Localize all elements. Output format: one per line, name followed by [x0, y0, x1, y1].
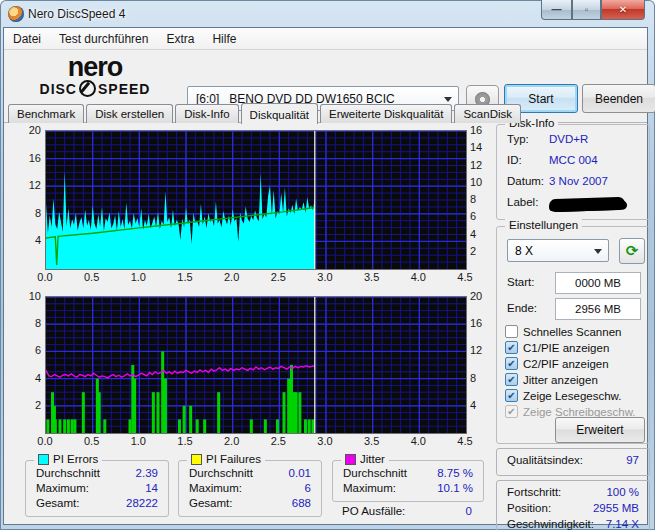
jitter-legend: Jitter: [360, 453, 385, 465]
menu-test-durchfuehren[interactable]: Test durchführen: [50, 30, 157, 48]
tab-strip: Benchmark Disk erstellen Disk-Info Diskq…: [8, 100, 523, 123]
axis-tick: 0.0: [31, 271, 59, 283]
stat-label: Maximum:: [343, 482, 396, 494]
minimize-button[interactable]: —: [541, 0, 572, 20]
axis-tick: 4: [470, 399, 496, 411]
axis-tick: 12: [470, 159, 496, 171]
window-title: Nero DiscSpeed 4: [28, 7, 125, 21]
menu-hilfe[interactable]: Hilfe: [203, 30, 245, 48]
refresh-button[interactable]: ⟳: [619, 238, 645, 264]
axis-tick: 1.5: [171, 435, 199, 447]
menu-extra[interactable]: Extra: [157, 30, 203, 48]
advanced-button-label: Erweitert: [576, 423, 623, 437]
scan-start-field[interactable]: 0000 MB: [555, 272, 641, 294]
maximize-button[interactable]: ▫: [572, 0, 601, 20]
axis-tick: 10: [15, 290, 41, 302]
scan-end-label: Ende:: [507, 302, 537, 314]
axis-tick: 2: [15, 399, 41, 411]
stat-value: 28222: [126, 497, 158, 509]
checkbox-box: ✔: [505, 357, 518, 370]
axis-tick: 0.0: [31, 435, 59, 447]
axis-tick: 20: [15, 124, 41, 136]
disk-type-value: DVD+R: [549, 133, 588, 145]
pi-errors-legend: PI Errors: [53, 453, 98, 465]
settings-panel: Einstellungen 8 X ⟳ Start: 0000 MB Ende:…: [496, 226, 650, 444]
checkbox-jitter[interactable]: ✔Jitter anzeigen: [505, 373, 598, 386]
axis-tick: 16: [470, 317, 496, 329]
tab-diskqualitaet[interactable]: Diskqualität: [241, 103, 318, 124]
speed-label: Geschwindigkeit:: [507, 518, 594, 530]
pi-failures-legend: PI Failures: [206, 453, 261, 465]
stat-label: Gesamt:: [36, 497, 79, 509]
axis-tick: 2.5: [264, 271, 292, 283]
speed-selector[interactable]: 8 X: [507, 239, 609, 262]
quit-button[interactable]: Beenden: [582, 84, 655, 113]
stat-label: Durchschnitt: [343, 467, 407, 479]
axis-tick: 0.5: [78, 435, 106, 447]
axis-tick: 1.5: [171, 271, 199, 283]
stat-value: 0.01: [289, 467, 311, 479]
jitter-swatch-icon: [345, 454, 356, 465]
scan-end-field[interactable]: 2956 MB: [555, 298, 641, 320]
checkbox-label: C2/PIF anzeigen: [523, 358, 609, 370]
checkbox-c1-pie[interactable]: ✔C1/PIE anzeigen: [505, 341, 609, 354]
axis-tick: 12: [470, 344, 496, 356]
title-bar[interactable]: Nero DiscSpeed 4 — ▫ ✕: [0, 0, 655, 28]
axis-tick: 4.5: [451, 435, 479, 447]
axis-tick: 8: [15, 317, 41, 329]
label-value-redacted: [549, 197, 625, 213]
tab-erweiterte-diskqualitaet[interactable]: Erweiterte Diskqualität: [320, 104, 452, 123]
axis-tick: 1.0: [124, 271, 152, 283]
checkbox-c2-pif[interactable]: ✔C2/PIF anzeigen: [505, 357, 609, 370]
stat-label: Maximum:: [189, 482, 242, 494]
stat-label: Maximum:: [36, 482, 89, 494]
position-label: Position:: [507, 502, 551, 514]
stat-value: 688: [292, 497, 311, 509]
position-value: 2955 MB: [593, 502, 639, 514]
checkbox-schnelles-scannen[interactable]: Schnelles Scannen: [505, 325, 621, 338]
logo-disc-text: DISC: [40, 81, 77, 97]
tab-scandisk[interactable]: ScanDisk: [454, 104, 521, 123]
checkbox-zeige-lesegeschw[interactable]: ✔Zeige Lesegeschw.: [505, 389, 621, 402]
po-failures-value: 0: [466, 505, 472, 517]
advanced-button[interactable]: Erweitert: [555, 417, 645, 443]
axis-tick: 4.0: [404, 435, 432, 447]
scan-end-value: 2956 MB: [575, 303, 621, 315]
tab-benchmark[interactable]: Benchmark: [8, 104, 84, 123]
stat-value: 2.39: [136, 467, 158, 479]
axis-tick: 4: [15, 234, 41, 246]
disk-date-value: 3 Nov 2007: [549, 175, 608, 187]
disk-info-panel: Disk-Info Typ: DVD+R ID: MCC 004 Datum: …: [496, 124, 650, 220]
pi-errors-stats-panel: PI Errors Durchschnitt2.39 Maximum:14 Ge…: [25, 460, 169, 517]
checkbox-label: Zeige Schreibgeschw.: [523, 406, 636, 418]
axis-tick: 16: [470, 124, 496, 136]
speed-selector-value: 8 X: [515, 244, 533, 258]
axis-tick: 16: [15, 152, 41, 164]
tab-disk-erstellen[interactable]: Disk erstellen: [86, 104, 173, 123]
progress-label: Fortschritt:: [507, 486, 561, 498]
axis-tick: 20: [470, 290, 496, 302]
tab-disk-info[interactable]: Disk-Info: [175, 104, 238, 123]
disk-label-caption: Label:: [507, 196, 538, 208]
axis-tick: 4: [470, 228, 496, 240]
disk-type-label: Typ:: [507, 133, 529, 145]
jitter-stats-panel: Jitter Durchschnitt8.75 % Maximum:10.1 %: [332, 460, 484, 502]
chevron-down-icon: [594, 249, 602, 254]
stat-value: 8.75 %: [437, 467, 473, 479]
axis-tick: 3.5: [358, 271, 386, 283]
axis-tick: 8: [15, 207, 41, 219]
close-button[interactable]: ✕: [601, 0, 645, 20]
axis-tick: 2.0: [218, 271, 246, 283]
axis-tick: 2: [470, 245, 496, 257]
checkbox-box: ✔: [505, 373, 518, 386]
settings-title: Einstellungen: [509, 219, 578, 231]
checkbox-label: Jitter anzeigen: [523, 374, 598, 386]
stat-value: 10.1 %: [437, 482, 473, 494]
quality-index-panel: Qualitätsindex:97: [496, 448, 650, 476]
pi-failures-jitter-chart: [45, 296, 467, 434]
axis-tick: 6: [470, 210, 496, 222]
menu-datei[interactable]: Datei: [4, 30, 50, 48]
stat-value: 14: [145, 482, 158, 494]
progress-value: 100 %: [606, 486, 639, 498]
po-failures-row: PO Ausfälle: 0: [342, 505, 472, 517]
